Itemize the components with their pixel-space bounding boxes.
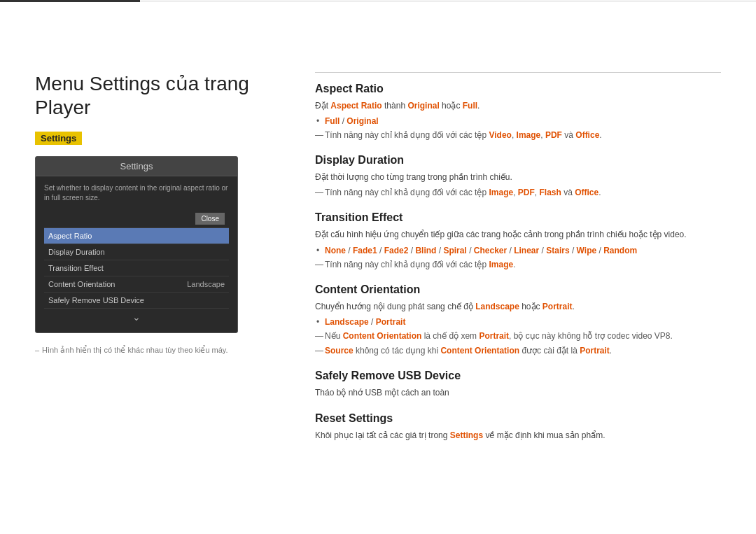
display-duration-text: Đặt thời lượng cho từng trang trong phần…: [315, 171, 721, 184]
aspect-ratio-bullet: Full / Original: [315, 115, 721, 127]
reset-settings-text: Khôi phục lại tất cả các giá trị trong S…: [315, 429, 721, 442]
section-title-content-orientation: Content Orientation: [315, 283, 721, 296]
wipe-opt: Wipe: [577, 246, 597, 255]
aspect-ratio-highlight1: Aspect Ratio: [330, 101, 382, 111]
settings-row-safely-remove[interactable]: Safely Remove USB Device: [44, 293, 229, 309]
content-orientation-note1: Nếu Content Orientation là chế độ xem Po…: [315, 330, 721, 342]
section-content-orientation: Content Orientation Chuyển hướng nội dun…: [315, 283, 721, 357]
page-container: Menu Settings của trang Player Settings …: [0, 30, 756, 483]
transition-effect-text: Đặt cấu hình hiệu ứng chuyển tiếp giữa c…: [315, 228, 721, 241]
co-highlight1: Content Orientation: [343, 331, 422, 341]
settings-ui-description: Set whether to display content in the or…: [44, 183, 229, 203]
landscape-opt: Landscape: [325, 317, 369, 327]
settings-ui-header: Settings: [36, 157, 237, 176]
section-title-safely-remove: Safely Remove USB Device: [315, 370, 721, 382]
source-highlight: Source: [325, 346, 354, 356]
transition-effect-note: Tính năng này chỉ khả dụng đối với các t…: [315, 258, 721, 271]
section-safely-remove: Safely Remove USB Device Tháo bộ nhớ USB…: [315, 370, 721, 400]
full-option: Full: [325, 116, 340, 126]
transition-effect-bullet: None / Fade1 / Fade2 / Blind / Spiral / …: [315, 244, 721, 257]
flash-text: Flash: [539, 188, 561, 197]
office-text: Office: [575, 130, 599, 140]
portrait-highlight: Portrait: [542, 302, 573, 311]
linear-opt: Linear: [514, 246, 539, 255]
aspect-ratio-note: Tính năng này chỉ khả dụng đối với các t…: [315, 129, 721, 141]
settings-close-row: Close: [44, 210, 229, 228]
settings-row-transition-effect[interactable]: Transition Effect: [44, 260, 229, 276]
image-text2: Image: [489, 188, 513, 197]
fade1-opt: Fade1: [353, 246, 377, 255]
portrait-opt: Portrait: [376, 317, 406, 327]
portrait-highlight2: Portrait: [479, 331, 509, 341]
blind-opt: Blind: [415, 246, 436, 255]
stairs-opt: Stairs: [546, 246, 569, 255]
office-text2: Office: [575, 188, 598, 197]
checker-opt: Checker: [474, 246, 507, 255]
random-opt: Random: [603, 246, 637, 255]
left-panel: Menu Settings của trang Player Settings …: [35, 72, 287, 455]
section-reset-settings: Reset Settings Khôi phục lại tất cả các …: [315, 412, 721, 442]
row-label: Safely Remove USB Device: [48, 296, 144, 304]
display-duration-note: Tính năng này chỉ khả dụng đối với các t…: [315, 186, 721, 199]
aspect-ratio-highlight2: Original: [407, 101, 439, 111]
page-title: Menu Settings của trang Player: [35, 72, 287, 119]
pdf-text: PDF: [545, 130, 562, 140]
section-title-aspect-ratio: Aspect Ratio: [315, 83, 721, 95]
none-opt: None: [325, 246, 346, 255]
fade2-opt: Fade2: [384, 246, 409, 255]
settings-highlight: Settings: [450, 430, 483, 440]
section-title-display-duration: Display Duration: [315, 154, 721, 167]
footnote: Hình ảnh hiển thị có thể khác nhau tùy t…: [35, 346, 287, 355]
section-transition-effect: Transition Effect Đặt cấu hình hiệu ứng …: [315, 211, 721, 270]
row-label: Aspect Ratio: [48, 232, 92, 240]
right-panel: Aspect Ratio Đặt Aspect Ratio thành Orig…: [315, 72, 721, 455]
settings-row-aspect-ratio[interactable]: Aspect Ratio: [44, 228, 229, 244]
video-text: Video: [489, 130, 511, 140]
original-option: Original: [346, 116, 378, 126]
aspect-ratio-text1: Đặt Aspect Ratio thành Original hoặc Ful…: [315, 99, 721, 113]
header-divider: [0, 0, 756, 2]
content-orientation-text: Chuyển hướng nội dung phát sang chế độ L…: [315, 300, 721, 314]
co-highlight2: Content Orientation: [440, 346, 519, 356]
portrait-highlight3: Portrait: [580, 346, 610, 356]
row-label: Content Orientation: [48, 280, 115, 288]
content-orientation-note2: Source không có tác dụng khi Content Ori…: [315, 344, 721, 357]
image-text3: Image: [489, 260, 513, 269]
close-button[interactable]: Close: [195, 213, 225, 225]
safely-remove-text: Tháo bộ nhớ USB một cách an toàn: [315, 386, 721, 400]
row-label: Transition Effect: [48, 264, 104, 272]
row-label: Display Duration: [48, 248, 105, 256]
row-value: Landscape: [187, 280, 225, 288]
settings-badge: Settings: [35, 132, 82, 145]
section-aspect-ratio: Aspect Ratio Đặt Aspect Ratio thành Orig…: [315, 83, 721, 141]
scroll-arrow: ⌄: [44, 309, 229, 325]
settings-ui-body: Set whether to display content in the or…: [36, 176, 237, 332]
section-title-transition-effect: Transition Effect: [315, 211, 721, 224]
settings-row-content-orientation[interactable]: Content Orientation Landscape: [44, 276, 229, 293]
image-text: Image: [517, 130, 541, 140]
pdf-text2: PDF: [518, 188, 535, 197]
aspect-ratio-highlight3: Full: [463, 101, 477, 111]
section-display-duration: Display Duration Đặt thời lượng cho từng…: [315, 154, 721, 199]
landscape-highlight: Landscape: [475, 302, 519, 311]
settings-row-display-duration[interactable]: Display Duration: [44, 244, 229, 260]
content-orientation-bullet: Landscape / Portrait: [315, 316, 721, 328]
spiral-opt: Spiral: [443, 246, 466, 255]
header-line-right: [140, 1, 756, 1]
settings-ui-box: Settings Set whether to display content …: [35, 156, 238, 333]
top-divider: [315, 72, 721, 73]
section-title-reset-settings: Reset Settings: [315, 412, 721, 425]
header-line-left: [0, 0, 140, 2]
